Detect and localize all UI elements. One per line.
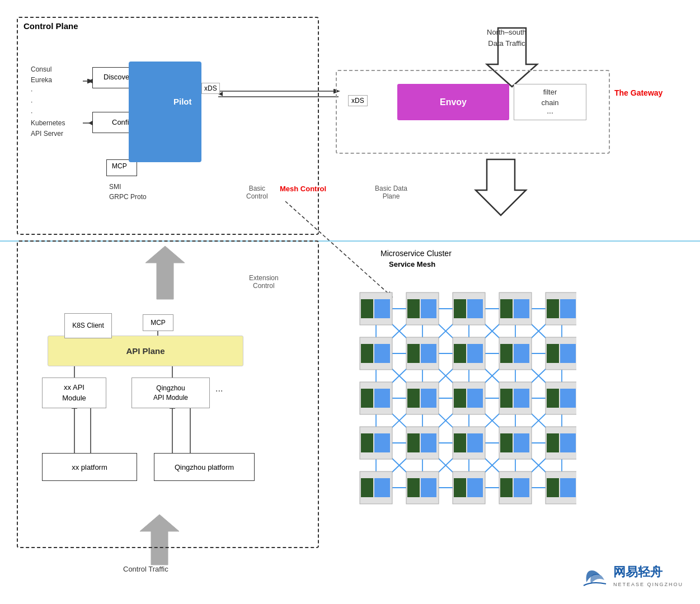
envoy-label: Envoy xyxy=(440,97,467,107)
svg-rect-175 xyxy=(560,478,576,497)
svg-rect-112 xyxy=(514,299,529,318)
svg-rect-109 xyxy=(467,299,483,318)
svg-rect-156 xyxy=(500,433,513,452)
filter-dots: ··· xyxy=(547,108,553,117)
svg-rect-154 xyxy=(467,433,483,452)
svg-rect-111 xyxy=(500,299,513,318)
mesh-grid xyxy=(344,277,576,531)
logo-en: NETEASE QINGZHOU xyxy=(613,582,683,587)
logo-text: 网易轻舟 NETEASE QINGZHOU xyxy=(613,564,683,587)
xds-pilot-label: xDS xyxy=(201,83,220,94)
gateway-label: The Gateway xyxy=(614,88,663,97)
svg-rect-147 xyxy=(361,433,373,452)
svg-rect-157 xyxy=(514,433,529,452)
smi-grpc-label: SMI GRPC Proto xyxy=(109,182,147,202)
svg-rect-108 xyxy=(454,299,466,318)
mesh-grid-svg xyxy=(344,277,576,531)
svg-rect-172 xyxy=(514,478,529,497)
svg-rect-144 xyxy=(547,389,559,408)
svg-rect-124 xyxy=(467,344,483,363)
svg-rect-174 xyxy=(547,478,559,497)
api-plane-label: API Plane xyxy=(126,346,165,356)
logo-cn: 网易轻舟 xyxy=(613,565,663,579)
north-south-label: North–south Data Traffic xyxy=(487,27,527,49)
api-dots: ··· xyxy=(215,386,223,396)
svg-rect-150 xyxy=(407,433,420,452)
control-traffic-label: Control Traffic xyxy=(123,565,168,573)
svg-rect-159 xyxy=(547,433,559,452)
svg-rect-169 xyxy=(467,478,483,497)
envoy-block: Envoy xyxy=(397,84,509,120)
logo-area: 网易轻舟 NETEASE QINGZHOU xyxy=(581,564,683,587)
diagram-container: Control Plane Consul Eureka · · · Kubern… xyxy=(0,0,700,604)
filter-chain-label: filter chain xyxy=(541,87,558,107)
xx-api-box: xx APIModule xyxy=(42,378,106,408)
svg-rect-127 xyxy=(514,344,529,363)
svg-rect-141 xyxy=(500,389,513,408)
xx-platform-box: xx platform xyxy=(42,453,137,481)
svg-rect-123 xyxy=(454,344,466,363)
svg-marker-1 xyxy=(476,159,526,215)
svg-rect-138 xyxy=(454,389,466,408)
svg-rect-142 xyxy=(514,389,529,408)
svg-rect-132 xyxy=(361,389,373,408)
api-plane-block: API Plane xyxy=(48,336,243,366)
svg-rect-145 xyxy=(560,389,576,408)
logo-icon xyxy=(581,564,609,587)
svg-rect-103 xyxy=(374,299,390,318)
sources-label: Consul Eureka · · · Kubernetes API Serve… xyxy=(31,64,65,139)
svg-rect-163 xyxy=(374,478,390,497)
svg-rect-135 xyxy=(407,389,420,408)
basic-control-label: Basic Control xyxy=(246,185,268,200)
svg-rect-133 xyxy=(374,389,390,408)
svg-rect-162 xyxy=(361,478,373,497)
pilot-block xyxy=(129,62,201,162)
svg-rect-148 xyxy=(374,433,390,452)
svg-rect-106 xyxy=(421,299,436,318)
microservice-cluster-label: Microservice Cluster xyxy=(380,249,452,258)
svg-rect-166 xyxy=(421,478,436,497)
svg-rect-118 xyxy=(374,344,390,363)
svg-rect-139 xyxy=(467,389,483,408)
svg-rect-120 xyxy=(407,344,420,363)
svg-rect-121 xyxy=(421,344,436,363)
svg-rect-130 xyxy=(560,344,576,363)
svg-rect-151 xyxy=(421,433,436,452)
svg-rect-160 xyxy=(560,433,576,452)
svg-rect-105 xyxy=(407,299,420,318)
basic-data-label: Basic Data Plane xyxy=(375,185,407,200)
qingzhou-platform-box: Qingzhou platform xyxy=(154,453,255,481)
xds-gateway-label: xDS xyxy=(348,95,368,106)
svg-rect-102 xyxy=(361,299,373,318)
filter-chain-box: filter chain ··· xyxy=(514,84,586,120)
svg-rect-117 xyxy=(361,344,373,363)
pilot-label: Pilot xyxy=(173,97,192,106)
svg-rect-115 xyxy=(560,299,576,318)
qingzhou-api-box: QingzhouAPI Module xyxy=(131,378,210,408)
control-plane-label: Control Plane xyxy=(24,21,78,31)
svg-rect-153 xyxy=(454,433,466,452)
svg-rect-114 xyxy=(547,299,559,318)
k8s-client-box: K8S Client xyxy=(64,313,112,338)
svg-rect-168 xyxy=(454,478,466,497)
svg-rect-165 xyxy=(407,478,420,497)
service-mesh-label: Service Mesh xyxy=(389,260,435,268)
mcp-label: MCP xyxy=(112,162,127,170)
svg-rect-126 xyxy=(500,344,513,363)
svg-rect-129 xyxy=(547,344,559,363)
mesh-control-label: Mesh Control xyxy=(280,185,326,193)
mcp-box-bottom: MCP xyxy=(143,314,173,331)
svg-rect-171 xyxy=(500,478,513,497)
svg-rect-136 xyxy=(421,389,436,408)
